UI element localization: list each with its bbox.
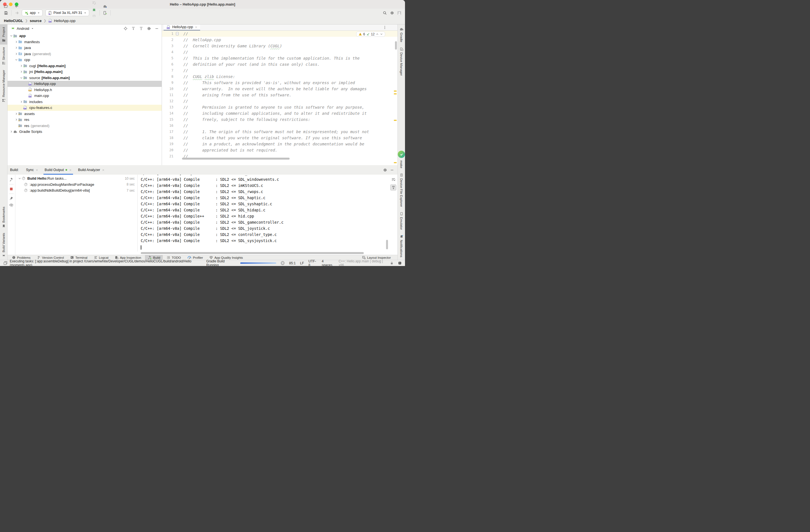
scroll-to-end-button[interactable]: [390, 184, 396, 190]
build-tab-build-output[interactable]: Build Output: [44, 165, 73, 174]
tool-strip-item-structure[interactable]: Structure: [0, 45, 7, 68]
tree-item-cugl[interactable]: cugl[Hello.app.main]: [7, 63, 162, 69]
stop-build-button[interactable]: [9, 187, 13, 191]
editor-line-18[interactable]: 18// claim that you wrote the original s…: [162, 135, 398, 141]
editor-line-11[interactable]: 11// arising from the use of this softwa…: [162, 92, 398, 98]
notifications-icon[interactable]: [398, 261, 402, 265]
build-output-console[interactable]: C/C++: [arm64-v8a] Compile : SDL2 <= SDL…: [138, 174, 383, 250]
editor-line-20[interactable]: 20// appreciated but is not required.: [162, 147, 398, 153]
indent-setting[interactable]: 4 spaces: [322, 259, 334, 266]
title-bar[interactable]: Hello – HelloApp.cpp [Hello.app.main]: [0, 0, 405, 9]
expand-arrow-icon[interactable]: [14, 112, 18, 116]
chevron-down-icon[interactable]: [380, 33, 383, 36]
editor-line-9[interactable]: 9// This software is provided 'as-is', w…: [162, 80, 398, 86]
tool-strip-item-resource-manager[interactable]: Resource Manager: [0, 67, 7, 105]
breadcrumb-project[interactable]: HelloCUGL: [4, 19, 23, 23]
collapse-arrow-icon[interactable]: [19, 76, 23, 80]
build-task-row[interactable]: :app:processDebugManifestForPackage8 sec: [15, 182, 137, 188]
expand-arrow-icon[interactable]: [14, 118, 18, 122]
run-configuration-select[interactable]: app: [22, 10, 43, 16]
tool-strip-item-project[interactable]: Project: [0, 24, 7, 45]
tree-item-res[interactable]: res: [7, 117, 162, 123]
tree-item-includes[interactable]: includes: [7, 99, 162, 105]
view-options-button[interactable]: [9, 203, 13, 207]
tree-item-java[interactable]: java: [7, 45, 162, 51]
build-task-row[interactable]: :app:buildNdkBuildDebug[arm64-v8a]7 sec: [15, 187, 137, 194]
tree-item-gradle-scripts[interactable]: Gradle Scripts: [7, 129, 162, 135]
make-button[interactable]: make: [398, 148, 405, 171]
soft-wrap-button[interactable]: [390, 176, 396, 182]
tree-item-source[interactable]: source[Hello.app.main]: [7, 75, 162, 81]
close-icon[interactable]: [35, 168, 38, 171]
warning-stripe-mark[interactable]: [394, 162, 396, 163]
editor-line-15[interactable]: 15// freely, subject to the following re…: [162, 116, 398, 122]
gradle-sync-button[interactable]: [101, 3, 109, 10]
editor-line-6[interactable]: 6// definition of your root (and in this…: [162, 61, 398, 67]
editor-line-17[interactable]: 17// 1. The origin of this software must…: [162, 129, 398, 135]
breadcrumb-file[interactable]: C++ HelloApp.cpp: [48, 19, 75, 23]
panel-settings-button[interactable]: [146, 26, 152, 32]
chevron-down-icon[interactable]: [31, 27, 34, 30]
line-ending[interactable]: LF: [300, 261, 304, 265]
inspection-widget[interactable]: 6 12: [356, 32, 385, 37]
build-tab-build-analyzer[interactable]: Build Analyzer: [77, 165, 106, 174]
expand-all-button[interactable]: [130, 26, 136, 32]
editor-line-7[interactable]: 7//: [162, 67, 398, 73]
device-select[interactable]: Pixel 3a XL API 31: [45, 10, 89, 16]
tab-options-icon[interactable]: [383, 26, 387, 30]
expand-arrow-icon[interactable]: [14, 46, 18, 50]
tool-strip-item-device-manager[interactable]: Device Manager: [398, 45, 405, 78]
cancel-build-button[interactable]: ✕: [281, 261, 285, 265]
search-everywhere-button[interactable]: [381, 10, 388, 16]
editor-line-2[interactable]: 2// HelloApp.cpp: [162, 37, 398, 43]
editor-line-14[interactable]: 14// including commercial applications, …: [162, 110, 398, 116]
expand-arrow-icon[interactable]: [19, 64, 23, 68]
breadcrumb-folder[interactable]: source: [30, 19, 42, 23]
tree-item-res[interactable]: res(generated): [7, 123, 162, 129]
save-all-icon[interactable]: [2, 10, 10, 16]
expand-arrow-icon[interactable]: [9, 130, 13, 134]
fold-marker-icon[interactable]: –: [176, 32, 179, 35]
editor-line-12[interactable]: 12//: [162, 98, 398, 104]
close-icon[interactable]: [69, 168, 72, 171]
tool-strip-item-gradle[interactable]: Gradle: [398, 24, 405, 45]
console-horizontal-scrollbar[interactable]: [141, 252, 364, 254]
warning-stripe-mark[interactable]: [394, 120, 396, 121]
hide-panel-button[interactable]: [153, 26, 160, 32]
collapse-arrow-icon[interactable]: [14, 58, 18, 62]
editor-horizontal-scrollbar[interactable]: [182, 157, 290, 160]
hide-build-button[interactable]: [390, 168, 394, 172]
tree-item-manifests[interactable]: manifests: [7, 39, 162, 45]
pin-tab-button[interactable]: [9, 196, 13, 201]
back-icon[interactable]: [13, 3, 20, 10]
tool-strip-item-build-variants[interactable]: Build Variants: [0, 230, 7, 260]
editor-code[interactable]: 1–//2// HelloApp.cpp3// Cornell Universi…: [162, 31, 398, 159]
lock-icon[interactable]: [390, 261, 393, 265]
settings-button[interactable]: [388, 10, 395, 16]
build-task-row[interactable]: Build Hello: Run tasks...10 sec: [15, 176, 137, 182]
editor-line-16[interactable]: 16//: [162, 122, 398, 129]
tree-item-cpp[interactable]: cpp: [7, 57, 162, 63]
console-vertical-scrollbar[interactable]: [386, 240, 388, 249]
collapse-all-button[interactable]: [138, 26, 144, 32]
tree-item-cpu-features-c[interactable]: Ccpu-features.c: [7, 105, 162, 111]
tree-item-assets[interactable]: assets: [7, 111, 162, 117]
warning-stripe-mark[interactable]: [394, 93, 396, 95]
tool-strip-item-emulator[interactable]: Emulator: [398, 210, 405, 232]
build-tab-sync[interactable]: Sync: [25, 165, 39, 174]
expand-arrow-icon[interactable]: [14, 52, 18, 56]
tool-strip-item-notifications[interactable]: Notifications: [398, 232, 405, 260]
editor-line-3[interactable]: 3// Cornell University Game Library (CUG…: [162, 43, 398, 49]
editor-line-10[interactable]: 10// warranty. In no event will the auth…: [162, 86, 398, 92]
editor-vertical-scrollbar[interactable]: [395, 41, 397, 50]
collapse-arrow-icon[interactable]: [9, 34, 13, 38]
expand-arrow-icon[interactable]: [19, 70, 23, 74]
debug-button[interactable]: [91, 6, 98, 13]
close-icon[interactable]: [102, 168, 105, 171]
collapse-arrow-icon[interactable]: [18, 177, 21, 181]
editor-line-13[interactable]: 13// Permission is granted to anyone to …: [162, 104, 398, 110]
expand-arrow-icon[interactable]: [19, 100, 23, 104]
profile-avatar[interactable]: [395, 10, 403, 16]
window-icon[interactable]: [3, 261, 7, 265]
close-icon[interactable]: [195, 26, 198, 29]
